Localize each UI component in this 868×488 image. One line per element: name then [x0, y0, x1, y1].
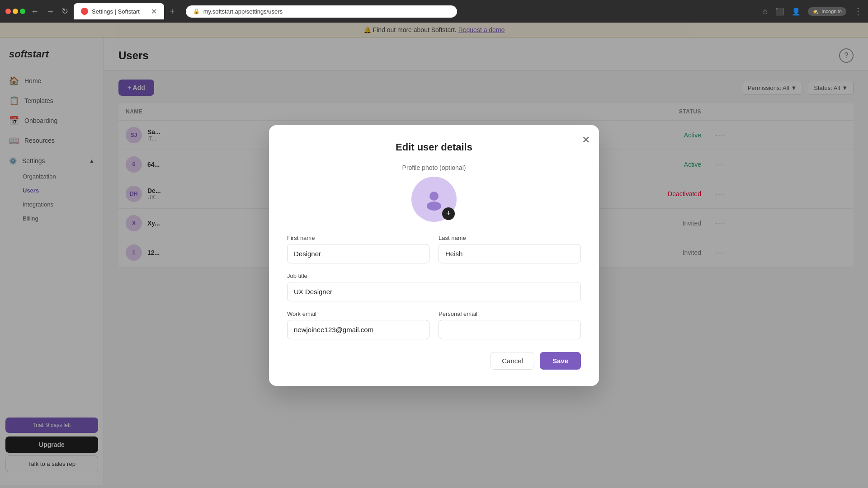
tab-favicon	[81, 8, 88, 15]
new-tab-button[interactable]: +	[170, 6, 175, 17]
nav-back[interactable]: ←	[29, 5, 41, 18]
browser-chrome: ← → ↻ Settings | Softstart ✕ + 🔒 my.soft…	[0, 0, 868, 23]
personal-email-input[interactable]	[439, 320, 581, 339]
nav-reload[interactable]: ↻	[60, 5, 70, 18]
cancel-button[interactable]: Cancel	[491, 352, 534, 370]
save-button[interactable]: Save	[540, 352, 581, 370]
svg-point-0	[429, 192, 439, 201]
first-name-label: First name	[287, 235, 429, 241]
modal-actions: Cancel Save	[287, 352, 581, 370]
browser-tab[interactable]: Settings | Softstart ✕	[74, 3, 164, 19]
modal-title: Edit user details	[287, 141, 581, 153]
avatar-icon	[423, 188, 445, 211]
address-text: my.softstart.app/settings/users	[203, 8, 283, 15]
browser-nav: ← → ↻	[29, 5, 70, 18]
work-email-input[interactable]	[287, 320, 429, 339]
svg-point-1	[427, 202, 441, 211]
last-name-group: Last name	[439, 235, 581, 263]
incognito-badge: 🕵️ Incognito	[808, 7, 846, 16]
star-icon[interactable]: ☆	[762, 7, 768, 16]
lock-icon: 🔒	[193, 8, 200, 14]
profile-avatar: +	[411, 177, 457, 222]
first-name-input[interactable]	[287, 244, 429, 263]
work-email-group: Work email	[287, 310, 429, 339]
name-row: First name Last name	[287, 235, 581, 263]
extensions-icon[interactable]: ⬛	[775, 7, 784, 16]
tab-close-button[interactable]: ✕	[151, 7, 157, 16]
window-maximize[interactable]	[20, 9, 25, 14]
profile-photo-label: Profile photo (optional)	[402, 164, 466, 171]
modal-overlay: ✕ Edit user details Profile photo (optio…	[0, 23, 868, 488]
first-name-group: First name	[287, 235, 429, 263]
profile-photo-section: Profile photo (optional) +	[287, 164, 581, 222]
profile-icon[interactable]: 👤	[792, 7, 801, 16]
tab-title: Settings | Softstart	[92, 8, 140, 15]
menu-icon[interactable]: ⋮	[854, 6, 863, 17]
incognito-icon: 🕵️	[812, 9, 819, 14]
job-title-row: Job title	[287, 272, 581, 301]
address-bar[interactable]: 🔒 my.softstart.app/settings/users	[186, 5, 457, 18]
last-name-label: Last name	[439, 235, 581, 241]
add-photo-button[interactable]: +	[442, 207, 455, 220]
modal-close-button[interactable]: ✕	[582, 134, 590, 146]
job-title-label: Job title	[287, 272, 581, 279]
personal-email-label: Personal email	[439, 310, 581, 317]
window-close[interactable]	[5, 9, 11, 14]
last-name-input[interactable]	[439, 244, 581, 263]
personal-email-group: Personal email	[439, 310, 581, 339]
window-minimize[interactable]	[13, 9, 18, 14]
nav-forward[interactable]: →	[44, 5, 56, 18]
job-title-input[interactable]	[287, 282, 581, 301]
job-title-group: Job title	[287, 272, 581, 301]
email-row: Work email Personal email	[287, 310, 581, 339]
edit-user-modal: ✕ Edit user details Profile photo (optio…	[269, 125, 599, 386]
browser-actions: ☆ ⬛ 👤 🕵️ Incognito ⋮	[762, 6, 863, 17]
work-email-label: Work email	[287, 310, 429, 317]
